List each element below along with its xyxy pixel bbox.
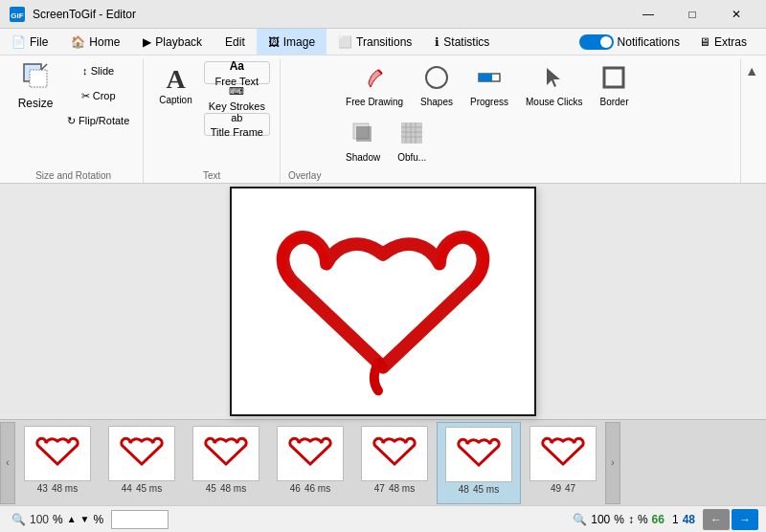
zoom-up-icon[interactable]: ▲ <box>67 514 77 524</box>
frame-num-49: 49 <box>551 483 561 494</box>
film-thumb-44 <box>108 426 175 481</box>
nav-next-button[interactable]: → <box>732 509 758 530</box>
film-frame-46[interactable]: 46 46 ms <box>268 422 352 504</box>
menu-image[interactable]: 🖼 Image <box>257 29 327 55</box>
film-thumb-46 <box>277 426 344 481</box>
extras-icon: 🖥 <box>699 35 710 49</box>
mouse-clicks-button[interactable]: Mouse Clicks <box>518 59 590 113</box>
menu-statistics-label: Statistics <box>443 35 489 49</box>
title-frame-button[interactable]: ab Title Frame <box>204 113 270 136</box>
canvas-container <box>230 187 536 416</box>
canvas-svg <box>232 188 534 414</box>
menu-transitions[interactable]: ⬜ Transitions <box>327 29 423 55</box>
close-button[interactable]: ✕ <box>714 0 758 29</box>
frame-num-45: 45 <box>206 483 216 494</box>
window-controls: — □ ✕ <box>626 0 758 29</box>
zoom-down-icon[interactable]: ▼ <box>80 514 90 524</box>
film-label-43: 43 48 ms <box>37 483 78 494</box>
crop-button[interactable]: ✂ Crop <box>61 84 135 107</box>
key-strokes-button[interactable]: ⌨ Key Strokes <box>202 87 272 110</box>
notifications-toggle[interactable]: Notifications <box>579 34 680 50</box>
frame-jump-input[interactable] <box>111 510 169 529</box>
filmstrip-scroll-left[interactable]: ‹ <box>0 422 15 504</box>
free-text-aa-icon: Aa <box>230 59 244 73</box>
shapes-label: Shapes <box>420 97 453 108</box>
frame-ms-48: 45 ms <box>473 484 499 495</box>
frame-num-43: 43 <box>37 483 48 494</box>
frame-num-47: 47 <box>374 483 385 494</box>
caption-icon: A <box>166 66 185 93</box>
slide-button[interactable]: ↕ Slide <box>61 59 135 82</box>
extras-button[interactable]: 🖥 Extras <box>687 32 758 53</box>
notifications-area: Notifications 🖥 Extras <box>579 32 766 53</box>
app-icon: GIF <box>8 5 27 24</box>
film-frame-45[interactable]: 45 48 ms <box>184 422 268 504</box>
main-canvas-area <box>0 184 766 419</box>
film-label-47: 47 48 ms <box>374 483 415 494</box>
resize-icon <box>22 62 49 95</box>
filmstrip-scroll-right[interactable]: › <box>605 422 620 504</box>
play-icon: ▶ <box>143 35 151 49</box>
slide-label: Slide <box>91 65 114 77</box>
shapes-icon <box>423 64 450 95</box>
film-thumb-47 <box>361 426 428 481</box>
svg-rect-3 <box>30 70 47 87</box>
key-freetext-stack: Aa Free Text ⌨ Key Strokes ab Title Fram… <box>202 59 272 138</box>
svg-rect-12 <box>356 126 372 142</box>
ribbon-collapse-button[interactable]: ▲ <box>741 59 762 82</box>
frame-num-46: 46 <box>290 483 301 494</box>
cursor-icon <box>541 64 568 95</box>
svg-text:GIF: GIF <box>11 11 23 20</box>
svg-point-6 <box>426 67 447 88</box>
svg-rect-13 <box>401 122 422 144</box>
crop-icon: ✂ Crop <box>81 90 116 102</box>
progress-icon <box>476 64 503 95</box>
mouse-clicks-label: Mouse Clicks <box>526 97 582 108</box>
border-button[interactable]: Border <box>592 59 636 113</box>
content-area: ‹ 43 48 ms 44 <box>0 184 766 532</box>
film-frame-49[interactable]: 49 47 <box>521 422 605 504</box>
menu-playback[interactable]: ▶ Playback <box>131 29 214 55</box>
extras-label: Extras <box>714 35 747 49</box>
keyboard-icon: ⌨ <box>229 85 244 98</box>
slide-fliprotate-group: ↕ Slide ✂ Crop ↻ Flip/Rotate <box>61 59 135 132</box>
film-frame-44[interactable]: 44 45 ms <box>100 422 184 504</box>
resize-label: Resize <box>18 97 54 110</box>
menu-home[interactable]: 🏠 Home <box>59 29 131 55</box>
obfuscate-label: Obfu... <box>397 152 426 164</box>
film-frame-48[interactable]: 48 45 ms <box>437 422 521 504</box>
zoom-value: 100 <box>30 513 49 526</box>
progress-button[interactable]: Progress <box>462 59 516 113</box>
menu-statistics[interactable]: ℹ Statistics <box>423 29 501 55</box>
film-thumb-49 <box>529 426 597 481</box>
free-drawing-button[interactable]: Free Drawing <box>338 59 411 113</box>
text-buttons: A Caption Aa Free Text ⌨ Key Strokes ab <box>151 59 272 168</box>
frame-num-44: 44 <box>122 483 132 494</box>
free-text-button[interactable]: Aa Free Text <box>204 61 270 84</box>
title-frame-label: Title Frame <box>211 126 263 138</box>
menu-file[interactable]: 📄 File <box>0 29 59 55</box>
border-label: Border <box>599 97 628 108</box>
filmstrip: ‹ 43 48 ms 44 <box>0 419 766 505</box>
menu-playback-label: Playback <box>155 35 202 49</box>
key-strokes-label: Key Strokes <box>209 100 265 112</box>
obfuscate-button[interactable]: Obfu... <box>390 115 434 168</box>
ribbon-group-overlay: Free Drawing Shapes <box>281 59 741 183</box>
maximize-button[interactable]: □ <box>670 0 714 29</box>
film-frame-47[interactable]: 47 48 ms <box>352 422 437 504</box>
flip-rotate-button[interactable]: ↻ Flip/Rotate <box>61 109 135 132</box>
shapes-button[interactable]: Shapes <box>413 59 461 113</box>
film-frame-43[interactable]: 43 48 ms <box>15 422 100 504</box>
notifications-switch[interactable] <box>579 34 614 50</box>
caption-button[interactable]: A Caption <box>151 59 199 113</box>
frame-total: 1 <box>672 513 679 526</box>
film-thumb-48 <box>445 427 512 482</box>
film-thumb-43 <box>24 426 91 481</box>
shadow-button[interactable]: Shadow <box>338 115 388 168</box>
svg-line-4 <box>41 64 47 70</box>
menu-edit[interactable]: Edit <box>214 29 257 55</box>
minimize-button[interactable]: — <box>626 0 670 29</box>
resize-button[interactable]: Resize <box>11 59 59 113</box>
nav-prev-button[interactable]: ← <box>703 509 730 530</box>
frame-ms-45: 48 ms <box>220 483 246 494</box>
